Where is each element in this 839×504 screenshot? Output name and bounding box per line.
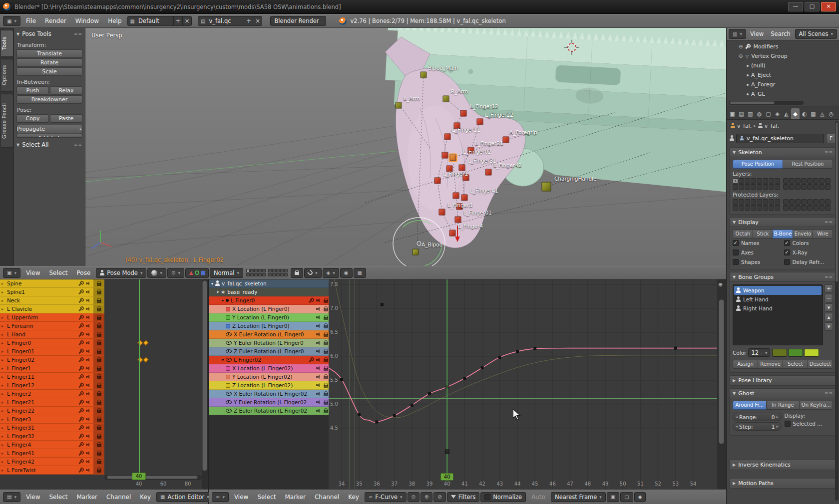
add-to-library-button-clipped[interactable]: Add To L — [16, 134, 82, 138]
current-frame-badge[interactable]: 40 — [440, 473, 453, 481]
wrench-icon[interactable] — [78, 332, 84, 337]
speaker-icon[interactable] — [316, 374, 322, 379]
skeleton-panel-header[interactable]: ▼Skeleton≡≡ — [730, 148, 836, 157]
layer-toggle[interactable] — [268, 273, 272, 276]
move-down-button[interactable]: ▾ — [825, 322, 833, 331]
lock-chip[interactable] — [93, 313, 104, 321]
keyframe-diamond[interactable] — [143, 357, 148, 362]
lock-icon[interactable] — [324, 340, 328, 346]
wrench-icon[interactable] — [78, 281, 84, 286]
bone-group-specials-button[interactable]: ▾ — [825, 303, 833, 312]
translate-manipulator-icon[interactable] — [189, 271, 193, 275]
wrench-icon[interactable] — [78, 340, 84, 346]
lock-icon[interactable] — [324, 332, 328, 337]
normalize-toggle[interactable]: Normalize — [480, 492, 526, 502]
v3d-menu-pose[interactable]: Pose — [72, 266, 95, 279]
view-axes-button[interactable]: ⊘ — [433, 492, 445, 502]
speaker-icon[interactable] — [86, 289, 91, 294]
lock-chip[interactable] — [93, 466, 104, 474]
move-up-button[interactable]: ▴ — [825, 313, 833, 321]
speaker-icon[interactable] — [86, 391, 91, 396]
graph-channel-x-location-l-finger02[interactable]: X Location (L Finger02) — [209, 364, 329, 373]
tab-render[interactable]: ▣ — [728, 108, 737, 119]
layer-toggle[interactable] — [745, 205, 750, 211]
visibility-eye-icon[interactable] — [226, 349, 232, 353]
bone-r-arm[interactable] — [443, 96, 449, 102]
action-keyframe-area[interactable] — [104, 279, 202, 475]
speaker-icon[interactable] — [86, 349, 91, 354]
graph-channel-x-location-l-finger0[interactable]: X Location (L Finger0) — [209, 305, 329, 313]
breadcrumb-item[interactable]: v_fal. — [765, 123, 779, 129]
action-channel-l-finger11[interactable]: ▸L Finger11 — [0, 373, 104, 381]
auto-normalize-toggle[interactable]: Auto — [527, 491, 550, 504]
visibility-eye-icon[interactable] — [226, 392, 232, 396]
bone-l-finger11[interactable] — [444, 134, 451, 140]
action-channel-l-finger31[interactable]: ▸L Finger31 — [0, 424, 104, 432]
expand-icon[interactable]: ▸ — [1, 392, 3, 396]
expand-icon[interactable]: ▸ — [1, 341, 3, 345]
speaker-icon[interactable] — [86, 408, 91, 413]
wrench-icon[interactable] — [78, 357, 84, 363]
graph-channel-base-ready[interactable]: ▾∗base_ready — [209, 288, 329, 296]
render-opengl-button[interactable]: ◉ — [340, 268, 353, 278]
outliner-menu-search[interactable]: Search — [767, 28, 794, 40]
toolshelf-tab-tools[interactable]: Tools — [1, 30, 13, 57]
speaker-icon[interactable] — [86, 383, 91, 388]
layer-toggle[interactable] — [262, 273, 266, 276]
speaker-icon[interactable] — [316, 340, 322, 345]
keyframe-point[interactable] — [428, 392, 431, 395]
lock-chip[interactable] — [93, 424, 104, 432]
lock-chip[interactable] — [93, 381, 104, 389]
lock-icon[interactable] — [324, 349, 328, 354]
action-channel-l-finger22[interactable]: ▸L Finger22 — [0, 407, 104, 415]
dope-menu-key[interactable]: Key — [135, 491, 155, 504]
layer-toggle[interactable] — [769, 199, 774, 205]
editor-type-dopesheet-button[interactable]: ▤▾ — [3, 492, 20, 502]
speaker-icon[interactable] — [86, 468, 91, 473]
horizontal-scrollbar[interactable] — [104, 475, 202, 480]
graph-channel-v-fal-qc-skeleton[interactable]: ▾v_fal.qc_skeleton — [209, 279, 329, 288]
speaker-icon[interactable] — [316, 298, 322, 303]
v3d-menu-view[interactable]: View — [21, 266, 44, 279]
lock-icon[interactable] — [97, 451, 101, 456]
editor-type-info-button[interactable]: ▣▾ — [3, 16, 20, 26]
lock-icon[interactable] — [97, 366, 101, 371]
lock-icon[interactable] — [97, 468, 101, 473]
layer-toggle[interactable] — [739, 199, 744, 205]
bone-l-finger42[interactable] — [485, 169, 492, 176]
increment-icon[interactable]: ▸ — [776, 424, 778, 429]
close-scene-button[interactable]: × — [253, 16, 262, 25]
expand-icon[interactable]: ▸ — [1, 358, 3, 362]
layer-toggle[interactable] — [801, 178, 807, 184]
tab-render-layers[interactable]: ▤ — [737, 108, 746, 119]
graph-menu-view[interactable]: View — [230, 491, 253, 504]
active-color-swatch[interactable] — [804, 349, 819, 357]
action-channel-l-finger3[interactable]: ▸L Finger3 — [0, 415, 104, 424]
action-channel-spine[interactable]: ▸Spine — [0, 279, 104, 288]
speaker-icon[interactable] — [86, 366, 91, 371]
graph-channel-y-location-l-finger02[interactable]: Y Location (L Finger02) — [209, 373, 329, 381]
editor-type-3dview-button[interactable]: ▣▾ — [3, 268, 20, 278]
editor-type-outliner-button[interactable]: ▥▾ — [729, 29, 746, 39]
lock-icon[interactable] — [97, 425, 101, 431]
expand-icon[interactable]: ▸ — [1, 281, 3, 286]
bone-bipod-main[interactable] — [420, 72, 427, 78]
lock-chip[interactable] — [93, 339, 104, 347]
viewport-shading-selector[interactable]: ▾ — [147, 268, 166, 278]
wrench-icon[interactable] — [78, 468, 84, 473]
wrench-icon[interactable] — [78, 434, 84, 439]
lock-icon[interactable] — [97, 391, 101, 397]
paste-keyframes-button[interactable]: ▢ — [620, 492, 633, 502]
bone-cube[interactable] — [453, 193, 459, 199]
layer-toggle[interactable] — [739, 178, 744, 184]
layer-toggle[interactable] — [789, 184, 795, 190]
expand-icon[interactable]: ▸ — [1, 409, 3, 413]
add-bone-group-button[interactable]: + — [825, 284, 833, 293]
speaker-icon[interactable] — [316, 349, 322, 354]
layer-toggle[interactable] — [258, 273, 262, 276]
editor-type-graph-button[interactable]: ≈▾ — [212, 492, 229, 502]
layer-toggle[interactable] — [789, 178, 795, 184]
display-panel-header[interactable]: ▼Display≡≡ — [730, 218, 836, 227]
wrench-icon[interactable] — [78, 298, 84, 303]
action-channel-l-upperarm[interactable]: ▸L UpperArm — [0, 313, 104, 322]
